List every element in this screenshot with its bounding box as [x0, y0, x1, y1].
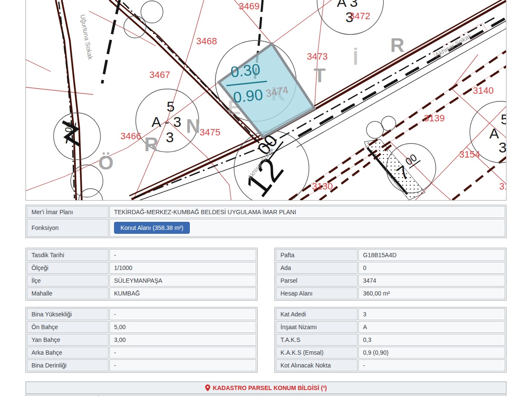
svg-text:3: 3: [499, 139, 506, 155]
row-label: Ada: [276, 262, 358, 274]
row-label: Pafta: [276, 249, 358, 261]
row-label: K.A.K.S (Emsal): [276, 347, 358, 359]
svg-text:00: 00: [403, 152, 419, 167]
row-value: Konut Alanı (358.38 m²): [109, 219, 505, 237]
table-row: Pafta G18B15A4D: [276, 249, 505, 261]
svg-text:5: 5: [167, 98, 175, 115]
table-row: Fonksiyon Konut Alanı (358.38 m²): [27, 219, 505, 237]
row-label: Hesap Alanı: [276, 287, 358, 299]
left-detail-table: Tasdik Tarihi - Ölçeği 1/1000 İlçe SÜLEY…: [26, 248, 257, 301]
right-rules-table: Kat Adedi 3 İnşaat Nizamı A T.A.K.S 0,3 …: [275, 307, 506, 373]
row-value: -: [109, 347, 256, 359]
svg-text:R: R: [390, 34, 404, 56]
svg-text:0.30: 0.30: [229, 60, 261, 81]
row-value: 3: [358, 308, 505, 320]
row-label: Parsel: [276, 275, 358, 287]
row-value: 360,00 m²: [358, 287, 505, 299]
row-label: Kot Alınacak Nokta: [276, 359, 358, 371]
svg-text:3: 3: [166, 129, 174, 145]
row-label: T.A.K.S: [276, 334, 358, 346]
table-row: Bina Yüksekliği -: [27, 308, 256, 320]
svg-text:3468: 3468: [196, 36, 217, 46]
svg-text:3467: 3467: [149, 69, 170, 80]
table-row: Yan Bahçe 3,00: [27, 334, 256, 346]
zoning-circle-right-edge: 5 A 3: [489, 111, 506, 155]
row-label: Arka Bahçe: [27, 347, 109, 359]
svg-text:R: R: [144, 133, 158, 155]
svg-text:31: 31: [499, 181, 506, 192]
plan-table: Mer'i İmar Planı TEKİRDAĞ-MERKEZ-KUMBAĞ …: [26, 205, 506, 238]
parcel-detail-section: Tasdik Tarihi - Ölçeği 1/1000 İlçe SÜLEY…: [26, 248, 506, 301]
svg-text:0.90: 0.90: [232, 86, 264, 106]
row-label: Fonksiyon: [27, 219, 109, 237]
svg-text:Ö: Ö: [98, 152, 114, 174]
row-label: Bina Derinliği: [27, 359, 109, 371]
svg-text:3466: 3466: [120, 131, 141, 141]
row-value: 5,00: [109, 321, 256, 333]
plan-info-section: Mer'i İmar Planı TEKİRDAĞ-MERKEZ-KUMBAĞ …: [26, 205, 506, 238]
building-rules-section: Bina Yüksekliği - Ön Bahçe 5,00 Yan Bahç…: [26, 307, 506, 373]
table-row: Parsel 3474: [276, 275, 505, 287]
svg-text:3469: 3469: [239, 1, 260, 11]
table-row: Ön Bahçe 5,00: [27, 321, 256, 333]
kadastro-section-header: KADASTRO PARSEL KONUM BİLGİSİ (³): [26, 382, 506, 394]
table-row: Arka Bahçe -: [27, 347, 256, 359]
location-pin-icon: [205, 385, 210, 391]
svg-text:3154: 3154: [459, 149, 480, 160]
row-label: Mahalle: [27, 287, 109, 299]
row-value: 0: [358, 262, 505, 274]
row-value: -: [109, 308, 256, 320]
svg-text:5: 5: [501, 111, 506, 127]
svg-text:A: A: [489, 125, 499, 141]
road-width-12: 12 00: [231, 129, 303, 201]
svg-text:3130: 3130: [312, 181, 333, 192]
right-detail-table: Pafta G18B15A4D Ada 0 Parsel 3474 Hesap …: [275, 248, 506, 301]
fonksiyon-konut-alani-button[interactable]: Konut Alanı (358.38 m²): [114, 222, 190, 234]
svg-text:N: N: [186, 115, 200, 137]
row-value: SÜLEYMANPAŞA: [109, 275, 256, 287]
table-row: K.A.K.S (Emsal) 0,9 (0,90): [276, 347, 505, 359]
row-value: -: [358, 359, 505, 371]
row-label: Tasdik Tarihi: [27, 249, 109, 261]
svg-text:3472: 3472: [349, 11, 370, 21]
table-row: İnşaat Nizamı A: [276, 321, 505, 333]
table-row: Mahalle KUMBAĞ: [27, 287, 256, 299]
row-value: A: [358, 321, 505, 333]
row-label: Bina Yüksekliği: [27, 308, 109, 320]
svg-text:3140: 3140: [473, 85, 494, 96]
row-label: İlçe: [27, 275, 109, 287]
table-row: T.A.K.S 0,3: [276, 334, 505, 346]
table-row: İlçe SÜLEYMANPAŞA: [27, 275, 256, 287]
street-label-ugurtuna: Uğurtuna Sokak: [79, 14, 94, 60]
row-label: Yan Bahçe: [27, 334, 109, 346]
row-label: Mer'i İmar Planı: [27, 206, 109, 218]
row-label: Ön Bahçe: [27, 321, 109, 333]
table-row: Ada 0: [276, 262, 505, 274]
table-row: Kat Adedi 3: [276, 308, 505, 320]
row-value: 3,00: [109, 334, 256, 346]
table-row: Mer'i İmar Planı TEKİRDAĞ-MERKEZ-KUMBAĞ …: [27, 206, 505, 218]
svg-text:A 3: A 3: [337, 0, 358, 10]
table-row: Hesap Alanı 360,00 m²: [276, 287, 505, 299]
row-value: -: [109, 249, 256, 261]
left-rules-table: Bina Yüksekliği - Ön Bahçe 5,00 Yan Bahç…: [26, 307, 257, 373]
zoning-map[interactable]: Ö R N E K T İ R 0.30 0.90 3474 5 A - 3: [26, 0, 506, 201]
row-value: TEKİRDAĞ-MERKEZ-KUMBAĞ BELDESİ UYGULAMA …: [109, 206, 505, 218]
row-label: Kat Adedi: [276, 308, 358, 320]
row-value: 1/1000: [109, 262, 256, 274]
svg-text:00: 00: [63, 121, 75, 133]
table-row: Ölçeği 1/1000: [27, 262, 256, 274]
row-value: 3474: [358, 275, 505, 287]
kadastro-section-title: KADASTRO PARSEL KONUM BİLGİSİ (³): [213, 385, 327, 391]
row-label: Ölçeği: [27, 262, 109, 274]
svg-text:3473: 3473: [307, 51, 328, 62]
svg-text:T: T: [314, 64, 326, 86]
svg-text:İ: İ: [353, 47, 358, 69]
svg-text:A - 3: A - 3: [152, 114, 181, 130]
row-value: 0,9 (0,90): [358, 347, 505, 359]
row-value: KUMBAĞ: [109, 287, 256, 299]
row-value: G18B15A4D: [358, 249, 505, 261]
svg-text:3475: 3475: [200, 127, 220, 138]
imar-plan-page: Ö R N E K T İ R 0.30 0.90 3474 5 A - 3: [0, 0, 532, 396]
row-value: 0,3: [358, 334, 505, 346]
